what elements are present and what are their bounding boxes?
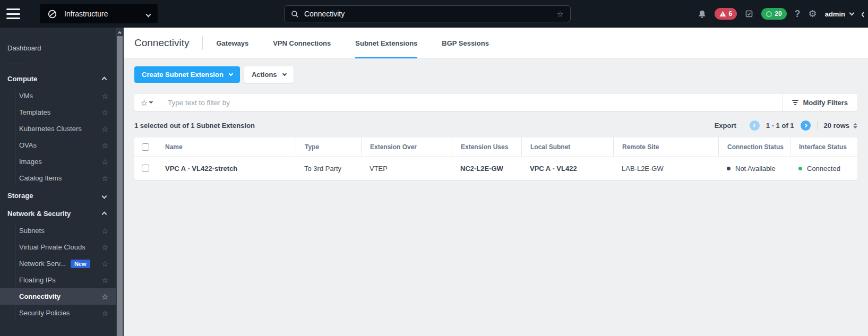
chevron-up-icon bbox=[102, 210, 106, 218]
favorite-star-icon[interactable]: ☆ bbox=[101, 309, 108, 317]
stepper-icon bbox=[853, 123, 857, 128]
help-icon[interactable]: ? bbox=[795, 8, 801, 20]
tab-bgp-sessions[interactable]: BGP Sessions bbox=[442, 28, 489, 58]
cell-type: To 3rd Party bbox=[296, 157, 361, 180]
cell-extension-over: VTEP bbox=[361, 157, 452, 180]
subnet-extensions-table: Name Type Extension Over Extension Uses … bbox=[134, 137, 857, 180]
favorite-star-icon[interactable]: ☆ bbox=[101, 260, 108, 268]
table-row[interactable]: VPC A - VL422-stretch To 3rd Party VTEP … bbox=[134, 157, 857, 180]
status-dot-icon bbox=[727, 167, 731, 170]
username: admin bbox=[825, 10, 845, 18]
tasks-badge[interactable]: 20 bbox=[761, 8, 786, 20]
tasks-icon[interactable] bbox=[745, 10, 753, 18]
create-button-label: Create Subnet Extension bbox=[142, 71, 224, 79]
scrollbar-thumb[interactable] bbox=[117, 36, 123, 336]
column-header-extension-over[interactable]: Extension Over bbox=[361, 137, 452, 156]
sidebar-item-dashboard[interactable]: Dashboard bbox=[0, 38, 116, 57]
interface-status-label: Connected bbox=[807, 165, 840, 173]
task-progress-icon bbox=[766, 11, 772, 17]
connection-status-label: Not Available bbox=[735, 165, 776, 173]
modify-filters-label: Modify Filters bbox=[803, 99, 848, 107]
next-page-button[interactable] bbox=[801, 120, 811, 131]
favorite-star-icon[interactable]: ☆ bbox=[101, 277, 108, 284]
create-subnet-extension-button[interactable]: Create Subnet Extension bbox=[134, 66, 240, 83]
sidebar-item-virtual-private-clouds[interactable]: Virtual Private Clouds ☆ bbox=[0, 239, 116, 255]
rows-per-page-select[interactable]: 20 rows bbox=[824, 122, 857, 130]
sidebar-item-label: Floating IPs bbox=[19, 276, 56, 284]
app-switcher[interactable]: Infrastructure bbox=[40, 4, 158, 23]
favorite-star-icon[interactable]: ☆ bbox=[101, 158, 108, 166]
alert-triangle-icon bbox=[719, 11, 726, 17]
tab-gateways[interactable]: Gateways bbox=[217, 28, 249, 58]
filter-icon bbox=[792, 100, 798, 105]
sidebar-item-network-services[interactable]: Network Serv... New ☆ bbox=[0, 255, 116, 272]
chevron-down-icon bbox=[282, 72, 286, 76]
favorite-star-icon[interactable]: ☆ bbox=[101, 92, 108, 100]
select-all-checkbox[interactable] bbox=[142, 143, 149, 151]
favorite-star-icon[interactable]: ☆ bbox=[101, 244, 108, 251]
header-divider bbox=[202, 36, 203, 50]
hamburger-menu-icon[interactable] bbox=[6, 8, 20, 19]
column-header-name[interactable]: Name bbox=[157, 137, 296, 156]
tab-subnet-extensions[interactable]: Subnet Extensions bbox=[355, 28, 417, 58]
sidebar-item-templates[interactable]: Templates ☆ bbox=[0, 104, 116, 120]
column-header-local-subnet[interactable]: Local Subnet bbox=[521, 137, 613, 156]
sidebar-scrollbar[interactable] bbox=[116, 28, 124, 336]
filter-text-input[interactable] bbox=[159, 94, 782, 111]
favorite-search-icon[interactable]: ☆ bbox=[557, 10, 564, 18]
sidebar-item-floating-ips[interactable]: Floating IPs ☆ bbox=[0, 272, 116, 288]
row-checkbox[interactable] bbox=[142, 165, 149, 172]
actions-button[interactable]: Actions bbox=[244, 66, 294, 83]
sidebar-item-vms[interactable]: VMs ☆ bbox=[0, 88, 116, 104]
favorite-star-icon[interactable]: ☆ bbox=[101, 109, 108, 116]
sidebar-group-compute[interactable]: Compute bbox=[0, 70, 116, 88]
column-header-remote-site[interactable]: Remote Site bbox=[613, 137, 718, 156]
sidebar-item-catalog-items[interactable]: Catalog Items ☆ bbox=[0, 170, 116, 186]
global-search[interactable]: ☆ bbox=[284, 5, 571, 22]
page-title: Connectivity bbox=[134, 37, 190, 49]
tab-vpn-connections[interactable]: VPN Connections bbox=[273, 28, 331, 58]
column-header-extension-uses[interactable]: Extension Uses bbox=[452, 137, 521, 156]
cell-name[interactable]: VPC A - VL422-stretch bbox=[157, 157, 296, 180]
search-icon bbox=[291, 10, 299, 18]
sidebar-item-images[interactable]: Images ☆ bbox=[0, 153, 116, 170]
chevron-down-icon bbox=[849, 11, 855, 16]
sidebar-item-subnets[interactable]: Subnets ☆ bbox=[0, 222, 116, 239]
alerts-badge[interactable]: 6 bbox=[715, 8, 737, 20]
nutanix-logo-icon bbox=[47, 9, 57, 19]
sidebar-item-label: Virtual Private Clouds bbox=[19, 243, 85, 251]
favorite-star-icon[interactable]: ☆ bbox=[101, 142, 108, 149]
favorite-star-icon[interactable]: ☆ bbox=[101, 293, 108, 300]
sidebar-item-label: Connectivity bbox=[19, 292, 61, 300]
selection-summary: 1 selected out of 1 Subnet Extension bbox=[134, 122, 255, 130]
favorite-star-icon[interactable]: ☆ bbox=[101, 125, 108, 133]
sidebar-group-storage-label: Storage bbox=[7, 192, 33, 200]
edge-partial-icon bbox=[862, 9, 865, 19]
user-menu[interactable]: admin bbox=[825, 10, 854, 18]
column-header-interface-status[interactable]: Interface Status bbox=[790, 137, 857, 156]
previous-page-button[interactable] bbox=[750, 120, 760, 131]
connection-status: Not Available bbox=[727, 165, 776, 173]
saved-filters-dropdown[interactable]: ☆ bbox=[134, 94, 159, 111]
modify-filters-button[interactable]: Modify Filters bbox=[782, 94, 857, 111]
gear-icon[interactable]: ⚙ bbox=[809, 9, 817, 19]
tab-bar: Gateways VPN Connections Subnet Extensio… bbox=[217, 28, 489, 58]
favorite-star-icon[interactable]: ☆ bbox=[101, 227, 108, 235]
scroll-up-icon[interactable] bbox=[116, 28, 124, 36]
sidebar-group-storage[interactable]: Storage bbox=[0, 186, 116, 204]
sidebar-group-network-security[interactable]: Network & Security bbox=[0, 204, 116, 222]
sidebar-item-ovas[interactable]: OVAs ☆ bbox=[0, 137, 116, 153]
column-header-connection-status[interactable]: Connection Status bbox=[718, 137, 790, 156]
bell-icon[interactable] bbox=[698, 10, 707, 19]
sidebar-item-security-policies[interactable]: Security Policies ☆ bbox=[0, 305, 116, 321]
sidebar-item-kubernetes-clusters[interactable]: Kubernetes Clusters ☆ bbox=[0, 120, 116, 137]
export-link[interactable]: Export bbox=[715, 122, 736, 130]
tasks-count: 20 bbox=[775, 10, 781, 18]
pagination-range: 1 - 1 of 1 bbox=[766, 122, 794, 130]
table-header-row: Name Type Extension Over Extension Uses … bbox=[134, 137, 857, 157]
sidebar-item-connectivity[interactable]: Connectivity ☆ bbox=[0, 288, 116, 305]
favorite-star-icon[interactable]: ☆ bbox=[101, 175, 108, 182]
global-search-input[interactable] bbox=[304, 10, 557, 18]
column-header-type[interactable]: Type bbox=[296, 137, 361, 156]
cell-local-subnet: VPC A - VL422 bbox=[521, 157, 613, 180]
